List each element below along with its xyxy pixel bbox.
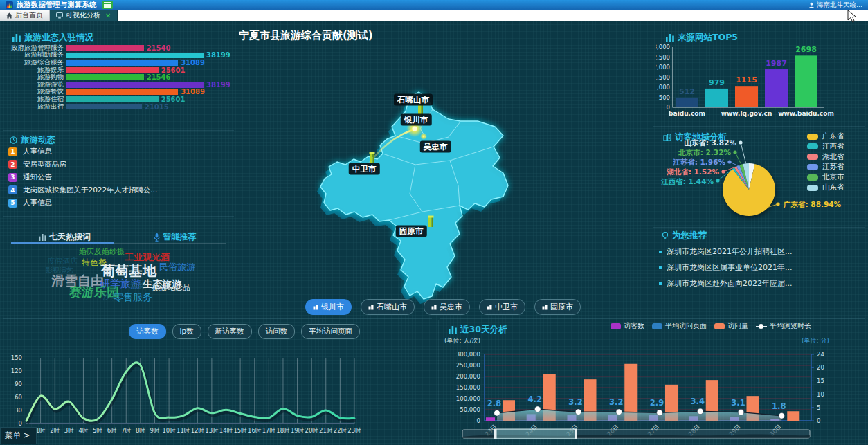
building-icon [431,305,437,310]
datazoom-slider[interactable] [462,429,810,439]
metric-button-访客数[interactable]: 访客数 [129,324,166,339]
close-tab-icon[interactable]: ✕ [105,12,111,19]
slider-handle-right[interactable] [575,429,577,439]
tab-label: 智能推荐 [163,231,196,243]
building-icon [487,305,492,310]
bar-chart-icon [12,34,21,42]
city-label: 固原市 [396,226,427,237]
svg-text:11时: 11时 [177,427,190,434]
news-item[interactable]: 3通知公告 [8,171,230,184]
duration-dot [534,406,541,412]
recommend-item[interactable]: 深圳市龙岗区赴外面向2022年应届... [659,278,792,289]
duration-value-label: 2.8 [487,399,501,408]
active-tab-underline [11,242,114,244]
svg-text:9时: 9时 [150,427,160,434]
tab-backend-home[interactable]: 后台首页 [0,10,50,21]
pie-legend-item[interactable]: 江苏省 [807,162,844,172]
pie-legend-item[interactable]: 北京市 [807,172,844,182]
menu-collapse-button[interactable]: 菜单 > [0,427,37,444]
cloud-word[interactable]: 工业观光酒 [125,253,170,262]
bar [66,74,144,80]
divider [440,318,865,319]
bar-x-label: baidu.com [669,110,705,117]
city-label: 银川市 [401,114,432,126]
news-item-text: 通知公告 [23,172,52,182]
recommend-item[interactable]: 深圳市龙岗区2021年公开招聘社区... [659,246,792,257]
news-item-text: 安居型商品房 [23,160,66,170]
legend-line-marker [756,323,767,329]
metric-button-ip数[interactable]: ip数 [172,324,201,339]
recommend-item[interactable]: 深圳市龙岗区区属事业单位2021年... [659,262,792,273]
pie-legend-item[interactable]: 江西省 [807,142,844,152]
tab-hot-words[interactable]: 七天热搜词 [39,231,91,243]
news-item[interactable]: 4龙岗区城投集团关于2022年人才招聘公... [8,184,230,197]
slider-handle-left[interactable] [494,429,497,439]
pie-legend-item[interactable]: 广东省 [807,131,844,141]
duration-dot [738,409,744,415]
metric-button-平均访问页面[interactable]: 平均访问页面 [301,324,360,339]
metric-button-新访客数[interactable]: 新访客数 [208,324,252,339]
city-label: 中卫市 [349,163,380,175]
legend-label: 江苏省 [822,162,844,172]
duration-value-label: 2.9 [650,398,664,408]
map-button-石嘴山市[interactable]: 石嘴山市 [361,299,415,315]
map-button-中卫市[interactable]: 中卫市 [479,299,525,315]
cloud-word[interactable]: 葡萄基地 [101,264,156,278]
bar-x-label: www.baidu.com [778,110,834,117]
hamburger-menu-button[interactable] [102,1,113,9]
bar-value-label: 38199 [206,81,230,89]
svg-text:20: 20 [817,364,824,371]
panel-title-text: 来源网站TOP5 [678,32,738,44]
bar [66,45,144,51]
user-menu[interactable]: 海南北斗天绘... [808,1,862,10]
svg-text:90: 90 [15,381,22,388]
bar [66,104,142,110]
legend-item-平均访问页面[interactable]: 平均访问页面 [652,321,707,331]
hourly-line [26,363,354,421]
map-title: 宁夏市县旅游综合贡献(测试) [239,29,373,42]
legend-item-平均浏览时长[interactable]: 平均浏览时长 [756,321,811,331]
news-item[interactable]: 1人事信息 [8,145,230,158]
cloud-word[interactable]: 温泉 [130,282,144,289]
metric-button-访问数[interactable]: 访问数 [258,324,296,339]
news-item-text: 人事信息 [23,147,52,156]
map-button-label: 固原市 [550,302,573,312]
legend-item-访客数[interactable]: 访客数 [611,321,644,331]
divider [3,318,432,319]
tab-smart-recommend[interactable]: 智能推荐 [154,231,196,243]
svg-text:60: 60 [15,394,22,401]
cloud-word[interactable]: 婚庆及婚纱摄 [79,248,125,255]
news-rank-badge: 2 [8,160,17,169]
news-item[interactable]: 2安居型商品房 [8,158,230,172]
news-list: 1人事信息2安居型商品房3通知公告4龙岗区城投集团关于2022年人才招聘公...… [8,145,230,210]
panel-title-business: 旅游业态入驻情况 [12,32,93,44]
lightbulb-icon [662,232,669,240]
source-bar [765,69,788,107]
cloud-word[interactable]: 零售服务 [114,292,152,302]
map-button-固原市[interactable]: 固原市 [534,299,581,315]
cloud-word[interactable]: 旅游纪念品 [152,284,190,291]
legend-label: 江西省 [822,142,844,152]
map-button-吴忠市[interactable]: 吴忠市 [424,299,470,315]
pie-legend-item[interactable]: 湖北省 [807,152,844,162]
tab-visual-analysis[interactable]: 可视化分析 ✕ [50,10,118,21]
news-item[interactable]: 5人事信息 [8,197,230,210]
cloud-word[interactable]: 民俗旅游 [159,262,195,271]
bar [66,96,159,102]
svg-text:16时: 16时 [248,427,261,434]
business-bar-chart: 政府旅游管理服务21540旅游辅助服务38199旅游综合服务31089旅游娱乐2… [6,44,235,110]
app-title: 旅游数据管理与测算系统 [17,0,97,10]
panel-title-recommend: 为您推荐 [662,230,707,242]
legend-label: 北京市 [822,172,844,182]
legend-swatch [807,164,818,170]
pie-legend-item[interactable]: 山东省 [807,183,844,192]
cloud-word[interactable]: 度假酒店 [47,257,78,265]
duration-value-label: 3.1 [731,398,745,408]
duration-value-label: 4.2 [528,394,542,404]
panel-title-news: 旅游动态 [10,134,55,146]
legend-swatch [714,323,725,329]
svg-text:2,000: 2,000 [656,64,670,71]
bar-value-label: 25601 [161,66,186,74]
legend-item-访问量[interactable]: 访问量 [714,321,748,331]
map-button-银川市[interactable]: 银川市 [305,299,352,315]
